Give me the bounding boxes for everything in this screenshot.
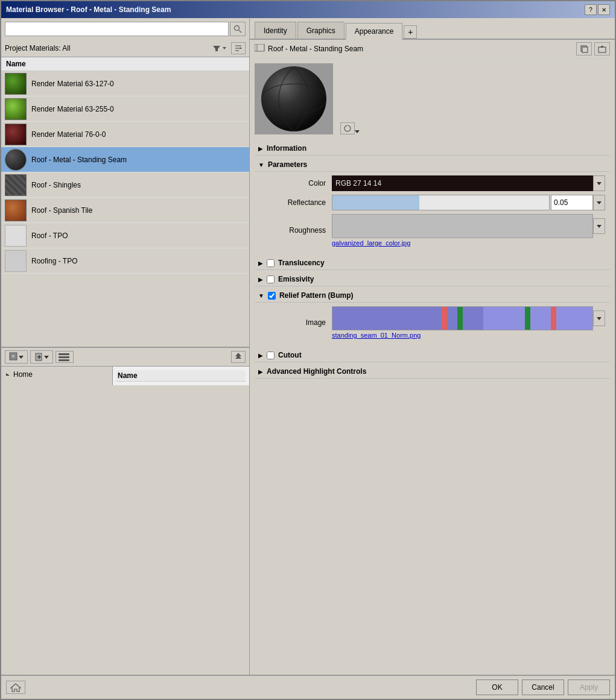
material-thumbnail <box>5 124 27 145</box>
material-name: Render Material 63-127-0 <box>31 80 114 88</box>
translucency-checkbox[interactable] <box>267 259 275 267</box>
action-bar: OK Cancel Apply <box>1 675 615 699</box>
tab-identity[interactable]: Identity <box>255 22 296 39</box>
svg-marker-32 <box>355 130 360 133</box>
emissivity-title: Emissivity <box>278 275 314 283</box>
list-item[interactable]: Render Material 76-0-0 <box>1 122 249 147</box>
reflectance-dropdown-arrow <box>597 200 602 205</box>
svg-rect-15 <box>59 353 69 355</box>
parameters-title: Parameters <box>268 160 307 169</box>
color-dropdown-button[interactable] <box>593 175 605 191</box>
collapse-button[interactable] <box>231 351 246 363</box>
search-input[interactable] <box>5 22 229 36</box>
roughness-dropdown-button[interactable] <box>593 218 605 234</box>
emissivity-section-header[interactable]: ▶ Emissivity <box>255 273 610 286</box>
svg-point-0 <box>235 26 240 31</box>
cancel-button[interactable]: Cancel <box>522 680 564 695</box>
add-to-doc-button[interactable] <box>30 350 53 364</box>
export-button[interactable] <box>594 42 610 55</box>
svg-marker-14 <box>44 356 49 359</box>
material-name: Roof - Metal - Standing Seam <box>31 156 127 164</box>
relief-section-header[interactable]: ▼ Relief Pattern (Bump) <box>255 289 610 303</box>
material-thumbnail <box>5 200 27 221</box>
color-input[interactable]: RGB 27 14 14 <box>332 175 593 191</box>
svg-point-31 <box>345 125 351 131</box>
preview-area <box>250 58 615 139</box>
list-item[interactable]: Roofing - TPO <box>1 248 249 274</box>
sort-icon <box>234 44 243 52</box>
list-item[interactable]: Render Material 63-127-0 <box>1 71 249 96</box>
search-button[interactable] <box>230 22 246 36</box>
apply-button[interactable]: Apply <box>568 680 610 695</box>
bottom-content: Home Name <box>1 367 249 385</box>
advanced-arrow: ▶ <box>258 368 263 375</box>
color-value-container: RGB 27 14 14 <box>332 175 605 191</box>
collapse-icon <box>234 353 243 361</box>
new-material-button[interactable]: + <box>5 350 28 364</box>
information-arrow: ▶ <box>258 145 263 152</box>
parameters-content: Color RGB 27 14 14 <box>255 172 610 254</box>
reflectance-value-container: 0.05 <box>332 195 605 210</box>
advanced-title: Advanced Highlight Controls <box>267 367 366 376</box>
svg-rect-21 <box>255 44 264 51</box>
export-icon <box>598 45 606 53</box>
list-item[interactable]: Roof - Spanish Tile <box>1 198 249 223</box>
tab-appearance[interactable]: Appearance <box>346 23 403 40</box>
sphere-type-button[interactable] <box>340 122 355 134</box>
home-action-button[interactable] <box>6 681 25 694</box>
relief-content: Image <box>255 303 610 346</box>
material-list: Name Render Material 63-127-0 Render Mat… <box>1 57 249 347</box>
breadcrumb-actions <box>576 42 610 55</box>
roughness-texture-preview[interactable] <box>332 214 593 238</box>
close-button[interactable]: ✕ <box>598 4 610 15</box>
cutout-checkbox[interactable] <box>267 352 275 359</box>
image-dropdown-button[interactable] <box>593 311 605 326</box>
help-button[interactable]: ? <box>585 4 597 15</box>
material-name: Render Material 76-0-0 <box>31 130 106 139</box>
breadcrumb-icon <box>255 44 265 54</box>
tab-add-button[interactable]: + <box>404 25 417 39</box>
material-name: Roof - Spanish Tile <box>31 206 92 215</box>
information-title: Information <box>267 144 306 153</box>
roughness-filename[interactable]: galvanized_large_color.jpg <box>332 239 410 247</box>
sphere-preview-svg <box>255 63 333 134</box>
sort-button[interactable] <box>231 42 246 54</box>
duplicate-button[interactable] <box>576 42 592 55</box>
parameters-section-header[interactable]: ▼ Parameters <box>255 158 610 172</box>
list-item[interactable]: Roof - Shingles <box>1 172 249 198</box>
relief-texture-preview[interactable] <box>332 306 593 330</box>
material-name: Roof - Shingles <box>31 181 81 189</box>
information-section-header[interactable]: ▶ Information <box>255 142 610 156</box>
svg-rect-16 <box>59 356 69 358</box>
svg-rect-24 <box>582 47 588 52</box>
material-name: Roofing - TPO <box>31 257 77 265</box>
project-materials-label: Project Materials: All <box>5 44 211 52</box>
list-item[interactable]: Roof - TPO <box>1 223 249 248</box>
svg-marker-10 <box>19 356 24 359</box>
ok-button[interactable]: OK <box>476 680 518 695</box>
material-thumbnail <box>5 149 27 171</box>
parameters-arrow: ▼ <box>258 162 264 168</box>
home-item[interactable]: Home <box>5 370 109 379</box>
translucency-title: Translucency <box>278 259 325 267</box>
bottom-toolbar: + <box>1 348 249 367</box>
material-name: Roof - TPO <box>31 232 68 240</box>
image-filename[interactable]: standing_seam_01_Norm.png <box>332 332 421 339</box>
image-value-container: standing_seam_01_Norm.png <box>332 306 605 339</box>
relief-checkbox[interactable] <box>268 292 276 300</box>
tab-graphics[interactable]: Graphics <box>297 22 345 39</box>
reflectance-bar[interactable] <box>332 195 550 210</box>
reflectance-value[interactable]: 0.05 <box>551 195 593 210</box>
list-item[interactable]: Render Material 63-255-0 <box>1 96 249 122</box>
advanced-section-header[interactable]: ▶ Advanced Highlight Controls <box>255 365 610 379</box>
svg-marker-2 <box>213 46 220 51</box>
cutout-section-header[interactable]: ▶ Cutout <box>255 348 610 362</box>
emissivity-checkbox[interactable] <box>267 276 275 283</box>
list-item[interactable]: Roof - Metal - Standing Seam <box>1 147 249 172</box>
manage-button[interactable] <box>56 351 74 363</box>
translucency-section-header[interactable]: ▶ Translucency <box>255 256 610 270</box>
svg-marker-20 <box>6 373 10 376</box>
chevron-down-icon <box>221 45 227 51</box>
cutout-arrow: ▶ <box>258 352 263 359</box>
reflectance-dropdown-button[interactable] <box>593 195 605 210</box>
